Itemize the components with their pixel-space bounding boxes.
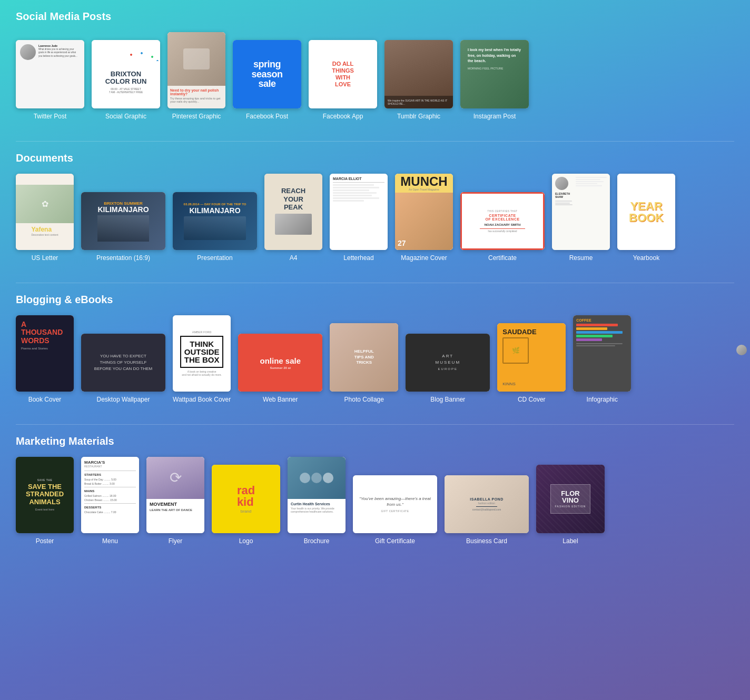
thumb-a4[interactable]: REACH YOUR PEAK bbox=[264, 174, 322, 250]
thumb-tumblr-graphic[interactable]: We inspire the SUGAR ART IN THE WORLD AS… bbox=[384, 40, 453, 108]
item-a4[interactable]: REACH YOUR PEAK A4 bbox=[264, 174, 322, 262]
social-media-posts-section: Social Media Posts Lawrence Jude What dr… bbox=[16, 11, 734, 120]
thumb-infographic[interactable]: COFFEE bbox=[573, 315, 631, 392]
marketing-materials-title: Marketing Materials bbox=[16, 435, 734, 447]
thumb-facebook-app[interactable]: DO ALLTHINGSWITHLOVE bbox=[309, 40, 377, 108]
thumb-presentation-169[interactable]: BRIXTON SUMMER KILIMANJARO bbox=[81, 192, 165, 250]
item-us-letter[interactable]: ✿ Yafena Decorative text content US Lett… bbox=[16, 174, 74, 262]
label-social-graphic: Social Graphic bbox=[105, 113, 146, 120]
thumb-us-letter[interactable]: ✿ Yafena Decorative text content bbox=[16, 174, 74, 250]
thumb-menu[interactable]: MARCIA'S RESTAURANT STARTERS Soup of the… bbox=[81, 457, 139, 533]
label-wattpad-book-cover: Wattpad Book Cover bbox=[173, 396, 231, 403]
label-label: Label bbox=[562, 537, 578, 545]
label-pinterest-graphic: Pinterest Graphic bbox=[172, 113, 221, 120]
item-photo-collage[interactable]: HELPFULTIPS ANDTRICKS Photo Collage bbox=[330, 323, 398, 403]
thumb-presentation[interactable]: 03.28.2014 — DAY FOUR OF THE TRIP TO KIL… bbox=[173, 192, 257, 250]
item-logo[interactable]: radkid brand Logo bbox=[212, 465, 280, 545]
item-book-cover[interactable]: A THOUSANDWORDS Poems and Stories Book C… bbox=[16, 315, 74, 403]
item-social-graphic[interactable]: BRIXTONCOLOR RUN 09.00 - AT VALE STREET7… bbox=[92, 40, 160, 120]
documents-section: Documents ✿ Yafena Decorative text conte… bbox=[16, 152, 734, 262]
thumb-twitter-post[interactable]: Lawrence Jude What drives you to achievi… bbox=[16, 40, 84, 108]
label-desktop-wallpaper: Desktop Wallpaper bbox=[97, 396, 150, 403]
label-cd-cover: CD Cover bbox=[518, 396, 546, 403]
label-resume: Resume bbox=[569, 254, 593, 262]
documents-items-row: ✿ Yafena Decorative text content US Lett… bbox=[16, 174, 734, 262]
label-certificate: Certificate bbox=[488, 254, 517, 262]
item-letterhead[interactable]: MARCIA ELLIOT Letterhead bbox=[330, 174, 388, 262]
thumb-social-graphic[interactable]: BRIXTONCOLOR RUN 09.00 - AT VALE STREET7… bbox=[92, 40, 160, 108]
item-menu[interactable]: MARCIA'S RESTAURANT STARTERS Soup of the… bbox=[81, 457, 139, 545]
blogging-ebooks-title: Blogging & eBooks bbox=[16, 294, 734, 306]
item-tumblr-graphic[interactable]: We inspire the SUGAR ART IN THE WORLD AS… bbox=[384, 40, 453, 120]
thumb-pinterest-graphic[interactable]: Need to dry your nail polish instantly? … bbox=[167, 32, 225, 108]
item-magazine-cover[interactable]: MUNCH An Open Travel Magazine 27 Magazin… bbox=[395, 174, 453, 262]
thumb-gift-certificate[interactable]: "You've been amazing—there's a treat fro… bbox=[353, 475, 437, 533]
thumb-business-card[interactable]: ISABELLA POND fashion edition contact@is… bbox=[445, 475, 529, 533]
label-book-cover: Book Cover bbox=[28, 396, 62, 403]
item-wattpad-book-cover[interactable]: AMBER FORD THINKOUTSIDETHE BOX A book on… bbox=[173, 315, 231, 403]
item-web-banner[interactable]: online sale Summer 20 at Web Banner bbox=[238, 334, 322, 403]
thumb-yearbook[interactable]: YEARBOOK bbox=[617, 174, 675, 250]
label-menu: Menu bbox=[102, 537, 118, 545]
thumb-certificate[interactable]: This certifies that CERTIFICATEOF EXCELL… bbox=[460, 192, 545, 250]
item-facebook-app[interactable]: DO ALLTHINGSWITHLOVE Facebook App bbox=[309, 40, 377, 120]
thumb-label[interactable]: FLORVINO fashion edition bbox=[536, 465, 605, 533]
thumb-brochure[interactable]: Curtin Health Services Your health is ou… bbox=[288, 457, 346, 533]
thumb-letterhead[interactable]: MARCIA ELLIOT bbox=[330, 174, 388, 250]
item-infographic[interactable]: COFFEE Infographic bbox=[573, 315, 631, 403]
item-business-card[interactable]: ISABELLA POND fashion edition contact@is… bbox=[445, 475, 529, 545]
social-media-items-row: Lawrence Jude What drives you to achievi… bbox=[16, 32, 734, 120]
thumb-resume[interactable]: ELIZABETHSHAW bbox=[552, 174, 610, 250]
item-resume[interactable]: ELIZABETHSHAW bbox=[552, 174, 610, 262]
marketing-materials-section: Marketing Materials SAVE THE SAVE THESTR… bbox=[16, 435, 734, 545]
item-pinterest-graphic[interactable]: Need to dry your nail polish instantly? … bbox=[167, 32, 225, 120]
thumb-wattpad-book-cover[interactable]: AMBER FORD THINKOUTSIDETHE BOX A book on… bbox=[173, 315, 231, 392]
thumb-blog-banner[interactable]: ARTMUSEUMEUROPE bbox=[406, 334, 490, 392]
thumb-logo[interactable]: radkid brand bbox=[212, 465, 280, 533]
label-a4: A4 bbox=[290, 254, 298, 262]
label-poster: Poster bbox=[36, 537, 54, 545]
item-instagram-post[interactable]: I look my best when I'm totally free, on… bbox=[460, 40, 529, 120]
thumb-flyer[interactable]: ⟳ MOVEMENT LEARN THE ART OF DANCE bbox=[146, 457, 204, 533]
label-business-card: Business Card bbox=[466, 537, 507, 545]
item-poster[interactable]: SAVE THE SAVE THESTRANDEDANIMALS Event t… bbox=[16, 457, 74, 545]
item-cd-cover[interactable]: SAUDADE 🌿 KINNS CD Cover bbox=[497, 323, 566, 403]
item-certificate[interactable]: This certifies that CERTIFICATEOF EXCELL… bbox=[460, 192, 545, 262]
thumb-cd-cover[interactable]: SAUDADE 🌿 KINNS bbox=[497, 323, 566, 392]
label-yearbook: Yearbook bbox=[633, 254, 659, 262]
blogging-items-row: A THOUSANDWORDS Poems and Stories Book C… bbox=[16, 315, 734, 403]
thumb-photo-collage[interactable]: HELPFULTIPS ANDTRICKS bbox=[330, 323, 398, 392]
item-twitter-post[interactable]: Lawrence Jude What drives you to achievi… bbox=[16, 40, 84, 120]
thumb-instagram-post[interactable]: I look my best when I'm totally free, on… bbox=[460, 40, 529, 108]
divider-2 bbox=[16, 283, 734, 283]
item-desktop-wallpaper[interactable]: YOU HAVE TO EXPECTTHINGS OF YOURSELFBEFO… bbox=[81, 334, 165, 403]
item-yearbook[interactable]: YEARBOOK Yearbook bbox=[617, 174, 675, 262]
divider-3 bbox=[16, 424, 734, 425]
item-gift-certificate[interactable]: "You've been amazing—there's a treat fro… bbox=[353, 475, 437, 545]
item-label[interactable]: FLORVINO fashion edition Label bbox=[536, 465, 605, 545]
item-presentation-169[interactable]: BRIXTON SUMMER KILIMANJARO Presentation … bbox=[81, 192, 165, 262]
label-instagram-post: Instagram Post bbox=[473, 113, 516, 120]
blogging-ebooks-section: Blogging & eBooks A THOUSANDWORDS Poems … bbox=[16, 294, 734, 403]
item-brochure[interactable]: Curtin Health Services Your health is ou… bbox=[288, 457, 346, 545]
item-flyer[interactable]: ⟳ MOVEMENT LEARN THE ART OF DANCE Flyer bbox=[146, 457, 204, 545]
thumb-desktop-wallpaper[interactable]: YOU HAVE TO EXPECTTHINGS OF YOURSELFBEFO… bbox=[81, 334, 165, 392]
label-logo: Logo bbox=[239, 537, 253, 545]
thumb-facebook-post[interactable]: springseasonsale bbox=[233, 40, 301, 108]
label-presentation-169: Presentation (16:9) bbox=[96, 254, 150, 262]
label-magazine-cover: Magazine Cover bbox=[401, 254, 447, 262]
item-facebook-post[interactable]: springseasonsale Facebook Post bbox=[233, 40, 301, 120]
label-us-letter: US Letter bbox=[32, 254, 58, 262]
item-blog-banner[interactable]: ARTMUSEUMEUROPE Blog Banner bbox=[406, 334, 490, 403]
item-presentation[interactable]: 03.28.2014 — DAY FOUR OF THE TRIP TO KIL… bbox=[173, 192, 257, 262]
thumb-book-cover[interactable]: A THOUSANDWORDS Poems and Stories bbox=[16, 315, 74, 392]
marketing-items-row: SAVE THE SAVE THESTRANDEDANIMALS Event t… bbox=[16, 457, 734, 545]
label-presentation: Presentation bbox=[197, 254, 232, 262]
thumb-web-banner[interactable]: online sale Summer 20 at bbox=[238, 334, 322, 392]
label-web-banner: Web Banner bbox=[263, 396, 298, 403]
label-tumblr-graphic: Tumblr Graphic bbox=[397, 113, 440, 120]
social-media-posts-title: Social Media Posts bbox=[16, 11, 734, 23]
thumb-magazine-cover[interactable]: MUNCH An Open Travel Magazine 27 bbox=[395, 174, 453, 250]
thumb-poster[interactable]: SAVE THE SAVE THESTRANDEDANIMALS Event t… bbox=[16, 457, 74, 533]
label-facebook-app: Facebook App bbox=[323, 113, 363, 120]
